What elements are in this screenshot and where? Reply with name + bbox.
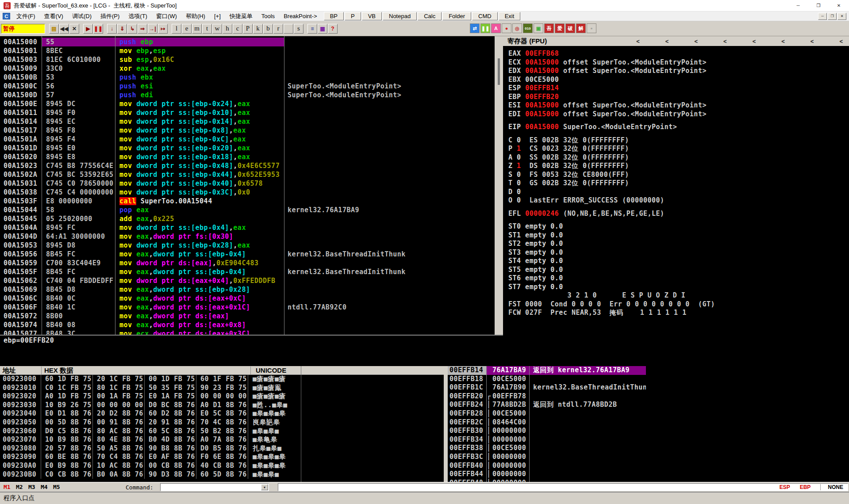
close-button[interactable]: ✕ — [829, 0, 849, 11]
goto-icon[interactable]: ↦ — [158, 24, 168, 34]
disasm-row[interactable]: 00A150018BECmov ebp,esp — [0, 46, 495, 55]
stack-row[interactable]: 00EFFB28│00CE5000 — [448, 409, 646, 418]
flag-row[interactable]: Z 1 DS 002B 32位 0(FFFFFFFF) — [508, 162, 849, 171]
disasm-row[interactable]: 00A1504A8945 FCmov dword ptr ss:[ebp-0x4… — [0, 223, 495, 232]
menu-button-exit[interactable]: Exit — [499, 12, 521, 20]
dump-row[interactable]: 00923020A0 1D FB 7500 1A FB 75E0 1A FB 7… — [0, 392, 444, 401]
disasm-row[interactable]: 00A150748B40 08mov eax,dword ptr ds:[eax… — [0, 321, 495, 329]
stack-row[interactable]: 00EFFB2C│08464C00 — [448, 418, 646, 427]
step-into-icon[interactable]: ↓ — [107, 24, 117, 34]
menu-button-p[interactable]: P — [345, 12, 361, 20]
dump-row[interactable]: 0092305000 5D 8B 7600 91 8B 7620 91 8B 7… — [0, 418, 444, 427]
memory-tab-m2[interactable]: M2 — [16, 484, 23, 490]
stack-pane[interactable]: 00EFFB14 76A17BA9返回到 kernel32.76A17BA900… — [448, 366, 646, 482]
mdi-minimize-button[interactable]: ─ — [818, 13, 827, 20]
menu-item[interactable]: 快捷菜单 — [225, 11, 257, 21]
disasm-row[interactable]: 00A1503FE8 00000000call SuperToo.00A1504… — [0, 197, 495, 206]
animate-into-icon[interactable]: ↳ — [127, 24, 137, 34]
window-button-c[interactable]: c — [233, 24, 242, 34]
window-button-h[interactable]: h — [223, 24, 232, 34]
misc-icon[interactable]: ▫ — [587, 23, 596, 33]
record-icon[interactable]: ● — [502, 23, 511, 33]
stack-row[interactable]: 00EFFB44│00000000 — [448, 470, 646, 479]
window-button-P[interactable]: P — [243, 24, 253, 34]
stack-row[interactable]: 00EFFB30│00000000 — [448, 427, 646, 435]
fpu-st-row[interactable]: ST2 empty 0.0 — [508, 240, 849, 248]
register-row[interactable]: EDI 00A15000 offset SuperToo.<ModuleEntr… — [508, 110, 849, 119]
disasm-row[interactable]: 00A1500B53push ebx — [0, 73, 495, 82]
window-button-k[interactable]: k — [253, 24, 263, 34]
menu-item[interactable]: 窗口(W) — [152, 11, 181, 21]
dump-row[interactable]: 009230A0E0 B9 8B 7610 AC 8B 7600 CB 8B 7… — [0, 462, 444, 470]
disasm-row[interactable]: 00A15059C700 83C404E9mov dword ptr ds:[e… — [0, 259, 495, 267]
fpu-fst-row[interactable]: FST 0000 Cond 0 0 0 0 Err 0 0 0 0 0 0 0 … — [508, 300, 849, 309]
step-over-icon[interactable]: ⇓ — [117, 24, 127, 34]
dump-row[interactable]: 0092308020 57 8B 7650 A5 8B 7690 B8 8B 7… — [0, 444, 444, 453]
disasm-row[interactable]: 00A150178945 F8mov dword ptr ss:[ebp-0x8… — [0, 126, 495, 135]
wu-icon[interactable]: 吾 — [544, 23, 554, 33]
window-button-e[interactable]: e — [182, 24, 192, 34]
dump-row[interactable]: 0092303010 B9 26 7500 00 00 00D0 BC 8B 7… — [0, 401, 444, 410]
view-list-icon[interactable]: ≡ — [307, 24, 317, 34]
register-row[interactable]: ECX 00A15000 offset SuperToo.<ModuleEntr… — [508, 58, 849, 67]
dump-row[interactable]: 00923040E0 D1 8B 7620 D2 8B 7660 D2 8B 7… — [0, 409, 444, 418]
po-icon[interactable]: 破 — [565, 23, 575, 33]
menu-button-notepad[interactable]: Notepad — [383, 12, 417, 20]
disasm-row[interactable]: 00A1500381EC 6C010000sub esp,0x16C — [0, 55, 495, 64]
minimize-button[interactable]: ─ — [788, 0, 808, 11]
window-button-r[interactable]: r — [273, 24, 283, 34]
run-icon[interactable]: ▶ — [83, 24, 93, 34]
info-pane[interactable]: ebp=00EFFB20 — [0, 335, 503, 365]
window-button-b[interactable]: b — [263, 24, 273, 34]
command-input[interactable]: ▼ — [160, 483, 269, 491]
stack-row[interactable]: 00EFFB34│00000000 — [448, 435, 646, 444]
disasm-row[interactable]: 00A1500C56push esiSuperToo.<ModuleEntryP… — [0, 82, 495, 91]
disasm-row[interactable]: 00A1504458pop eaxkernel32.76A17BA9 — [0, 206, 495, 214]
register-row[interactable]: ESI 00A15000 offset SuperToo.<ModuleEntr… — [508, 101, 849, 110]
disasm-row[interactable]: 00A150728B00mov eax,dword ptr ds:[eax] — [0, 312, 495, 321]
registers-pane[interactable]: 寄存器 (FPU) <<<<<<<< EAX 00EFFB68ECX 00A15… — [503, 36, 849, 365]
disasm-row[interactable]: 00A15031C745 C0 78650000mov dword ptr ss… — [0, 179, 495, 188]
collapse-chevron-icon[interactable]: < — [781, 38, 785, 45]
window-button-m[interactable]: m — [192, 24, 202, 34]
disasm-row[interactable]: 00A150208945 E8mov dword ptr ss:[ebp-0x1… — [0, 153, 495, 161]
close-window-icon[interactable]: ✕ — [69, 24, 79, 34]
disasm-row[interactable]: 00A15038C745 C4 00000000mov dword ptr ss… — [0, 188, 495, 197]
collapse-chevron-icon[interactable]: < — [665, 38, 669, 45]
window-button-t[interactable]: t — [202, 24, 212, 34]
menu-item[interactable]: Tools — [257, 12, 279, 20]
register-row[interactable]: ESP 00EFFB14 — [508, 84, 849, 93]
disasm-row[interactable]: 00A1502AC745 BC 53592E65mov dword ptr ss… — [0, 170, 495, 179]
column-separator[interactable] — [42, 36, 42, 335]
collapse-chevron-icon[interactable]: < — [839, 38, 843, 45]
efl-row[interactable]: EFL 00000246 (NO,NB,E,BE,NS,PE,GE,LE) — [508, 210, 849, 218]
register-row[interactable]: EBX 00CE5000 — [508, 76, 849, 84]
fpu-bits-header[interactable]: 3 2 1 0 E S P U O Z D I — [508, 291, 849, 300]
dump-row[interactable]: 009230B0C0 CB 8B 76B0 0A 8B 7690 D3 8B 7… — [0, 470, 444, 479]
disasm-row[interactable]: 00A1501A8945 F4mov dword ptr ss:[ebp-0xC… — [0, 135, 495, 144]
stack-row[interactable]: 00EFFB14 76A17BA9返回到 kernel32.76A17BA9 — [448, 366, 646, 375]
pane-divider[interactable] — [444, 366, 448, 482]
collapse-chevron-icon[interactable]: < — [753, 38, 756, 45]
disasm-row[interactable]: 00A1501D8945 E0mov dword ptr ss:[ebp-0x2… — [0, 144, 495, 153]
flag-row[interactable]: A 0 SS 002B 32位 0(FFFFFFFF) — [508, 153, 849, 162]
disasm-row[interactable]: 00A1506F8B40 1Cmov eax,dword ptr ds:[eax… — [0, 303, 495, 312]
maximize-button[interactable]: ❐ — [808, 0, 829, 11]
menu-item[interactable]: 选项(T) — [124, 11, 152, 21]
spiral-icon[interactable]: ◎ — [512, 23, 522, 33]
api-redirect-icon[interactable]: ⇄ — [470, 23, 480, 33]
vm-icon[interactable]: ▣ — [534, 23, 543, 33]
flag-row[interactable]: P 1 CS 0023 32位 0(FFFFFFFF) — [508, 145, 849, 153]
flag-row[interactable]: S 0 FS 0053 32位 CE8000(FFF) — [508, 171, 849, 179]
fpu-st-row[interactable]: ST6 empty 0.0 — [508, 274, 849, 283]
plugin-icon[interactable]: ▦ — [318, 24, 327, 34]
dump-row[interactable]: 00923010C0 1C FB 7580 1C FB 7550 35 FB 7… — [0, 384, 444, 393]
menu-button-cmd[interactable]: CMD — [472, 12, 498, 20]
dump-row[interactable]: 0092307010 B9 8B 7680 4E 8B 76B0 4D 8B 7… — [0, 435, 444, 444]
restart-icon[interactable]: ◀◀ — [59, 24, 69, 34]
disasm-row[interactable]: 00A15023C745 B8 77556C4Emov dword ptr ss… — [0, 161, 495, 170]
register-row[interactable]: EDX 00A15000 offset SuperToo.<ModuleEntr… — [508, 67, 849, 76]
menu-item[interactable]: 帮助(H) — [181, 11, 210, 21]
fpu-st-row[interactable]: ST5 empty 0.0 — [508, 266, 849, 275]
disasm-row[interactable]: 00A150698B45 D8mov eax,dword ptr ss:[ebp… — [0, 285, 495, 294]
